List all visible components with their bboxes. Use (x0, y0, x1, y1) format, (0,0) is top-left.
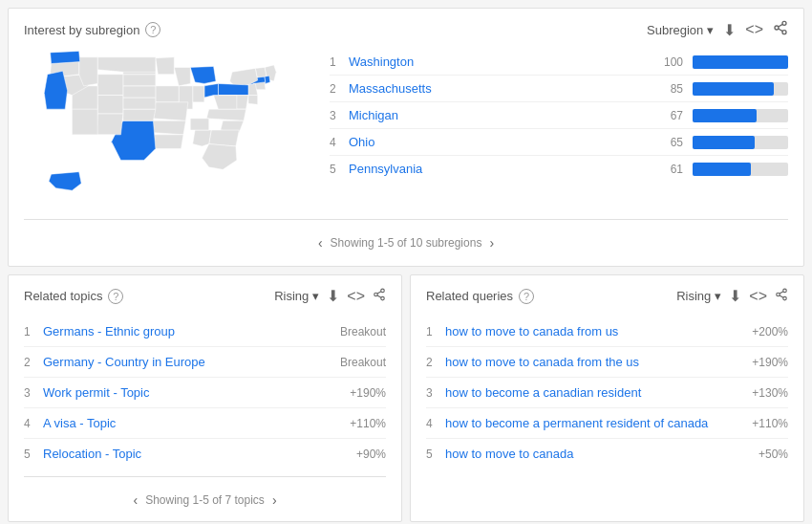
svg-line-9 (377, 291, 381, 293)
subregion-name[interactable]: Ohio (349, 135, 654, 149)
subregion-bar-fill (693, 109, 757, 122)
subregion-name[interactable]: Michigan (349, 108, 654, 122)
subregion-bar-container (693, 109, 788, 122)
next-page-arrow[interactable]: › (489, 235, 494, 251)
topic-value: +190% (350, 386, 386, 400)
interest-by-subregion-title: Interest by subregion (24, 23, 139, 37)
svg-point-11 (777, 293, 780, 296)
topics-next-arrow[interactable]: › (272, 492, 277, 508)
topics-prev-arrow[interactable]: ‹ (133, 492, 138, 508)
query-item: 3 how to become a canadian resident +130… (426, 378, 788, 408)
svg-point-6 (374, 293, 378, 296)
query-item: 1 how to move to canada from us +200% (426, 317, 788, 347)
svg-point-1 (775, 26, 779, 30)
query-value: +110% (752, 417, 788, 430)
subregion-pagination: ‹ Showing 1-5 of 10 subregions › (24, 228, 788, 254)
query-name[interactable]: how to move to canada from us (445, 324, 752, 338)
top-controls: Subregion ▾ ⬇ <> (647, 20, 788, 39)
topics-help-icon[interactable]: ? (108, 289, 123, 304)
us-map-container (24, 49, 310, 211)
bottom-section: Related topics ? Rising ▾ ⬇ <> 1 (8, 274, 804, 522)
svg-line-3 (779, 29, 783, 32)
subregion-list: 1 Washington 100 2 Massachusetts 85 3 Mi… (330, 49, 788, 211)
subregion-help-icon[interactable]: ? (145, 22, 160, 37)
subregion-value: 67 (654, 109, 683, 122)
queries-chevron-down-icon: ▾ (715, 289, 721, 303)
queries-rising-button[interactable]: Rising ▾ (676, 289, 721, 303)
share-icon[interactable] (773, 20, 788, 39)
topic-rank: 2 (24, 356, 43, 369)
subregion-name[interactable]: Washington (349, 55, 654, 69)
topic-name[interactable]: Relocation - Topic (43, 447, 356, 461)
topic-item: 4 A visa - Topic +110% (24, 408, 386, 439)
query-name[interactable]: how to become a canadian resident (445, 385, 752, 400)
queries-download-icon[interactable]: ⬇ (729, 287, 741, 305)
top-content-area: 1 Washington 100 2 Massachusetts 85 3 Mi… (24, 49, 788, 211)
subregion-value: 85 (654, 82, 683, 96)
subregion-name[interactable]: Massachusetts (349, 81, 654, 96)
topic-rank: 4 (24, 417, 43, 430)
query-rank: 3 (426, 386, 445, 400)
subregion-bar-track (693, 163, 788, 176)
top-section-header: Interest by subregion ? Subregion ▾ ⬇ <> (24, 20, 788, 39)
related-topics-header: Related topics ? Rising ▾ ⬇ <> (24, 287, 386, 305)
related-topics-items: 1 Germans - Ethnic group Breakout 2 Germ… (24, 317, 386, 469)
subregion-rank: 3 (330, 109, 349, 122)
topics-chevron-down-icon: ▾ (312, 289, 319, 303)
queries-share-icon[interactable] (775, 288, 788, 305)
subregion-name[interactable]: Pennsylvania (349, 162, 654, 176)
query-value: +130% (752, 386, 788, 400)
related-topics-controls: Rising ▾ ⬇ <> (274, 287, 386, 305)
subregion-button[interactable]: Subregion ▾ (647, 23, 714, 37)
interest-by-subregion-section: Interest by subregion ? Subregion ▾ ⬇ <> (8, 8, 804, 267)
section-title-area: Interest by subregion ? (24, 22, 160, 37)
topic-name[interactable]: A visa - Topic (43, 416, 350, 430)
topics-pagination: ‹ Showing 1-5 of 7 topics › (24, 485, 386, 510)
query-value: +190% (752, 356, 788, 369)
subregion-bar-track (693, 82, 788, 96)
related-topics-panel: Related topics ? Rising ▾ ⬇ <> 1 (8, 274, 402, 522)
download-icon[interactable]: ⬇ (723, 21, 736, 39)
queries-help-icon[interactable]: ? (519, 289, 534, 304)
topics-code-icon[interactable]: <> (347, 288, 365, 305)
topics-download-icon[interactable]: ⬇ (327, 287, 339, 305)
topic-rank: 5 (24, 448, 43, 461)
code-icon[interactable]: <> (745, 21, 763, 38)
subregion-bar-fill (693, 55, 788, 69)
query-value: +50% (759, 448, 788, 461)
svg-line-14 (780, 291, 783, 293)
related-topics-title: Related topics (24, 289, 102, 303)
prev-page-arrow[interactable]: ‹ (318, 235, 323, 251)
subregion-rank: 1 (330, 55, 349, 69)
topics-rising-button[interactable]: Rising ▾ (274, 289, 319, 303)
query-name[interactable]: how to move to canada (445, 447, 759, 461)
query-name[interactable]: how to become a permanent resident of ca… (445, 416, 752, 430)
subregion-bar-track (693, 109, 788, 122)
svg-point-0 (782, 21, 786, 25)
topics-pagination-text: Showing 1-5 of 7 topics (145, 493, 265, 507)
topic-name[interactable]: Germany - Country in Europe (43, 355, 340, 369)
topic-rank: 1 (24, 325, 43, 338)
subregion-item: 2 Massachusetts 85 (330, 76, 788, 102)
subregion-rank: 2 (330, 82, 349, 96)
subregion-rank: 5 (330, 163, 349, 176)
topics-share-icon[interactable] (373, 288, 386, 305)
subregion-bar-fill (693, 82, 774, 96)
svg-line-4 (779, 24, 783, 27)
chevron-down-icon: ▾ (707, 23, 714, 37)
subregion-item: 5 Pennsylvania 61 (330, 156, 788, 182)
subregion-bar-container (693, 163, 788, 176)
subregion-bar-container (693, 55, 788, 69)
svg-point-7 (381, 296, 385, 300)
queries-code-icon[interactable]: <> (749, 288, 767, 305)
svg-line-13 (780, 295, 783, 296)
query-item: 4 how to become a permanent resident of … (426, 408, 788, 439)
subregion-bar-container (693, 82, 788, 96)
subregion-value: 65 (654, 136, 683, 149)
pagination-text: Showing 1-5 of 10 subregions (331, 236, 482, 250)
topic-name[interactable]: Work permit - Topic (43, 385, 350, 400)
topic-name[interactable]: Germans - Ethnic group (43, 324, 340, 338)
query-value: +200% (752, 325, 788, 338)
query-name[interactable]: how to move to canada from the us (445, 355, 752, 369)
subregion-value: 61 (654, 163, 683, 176)
